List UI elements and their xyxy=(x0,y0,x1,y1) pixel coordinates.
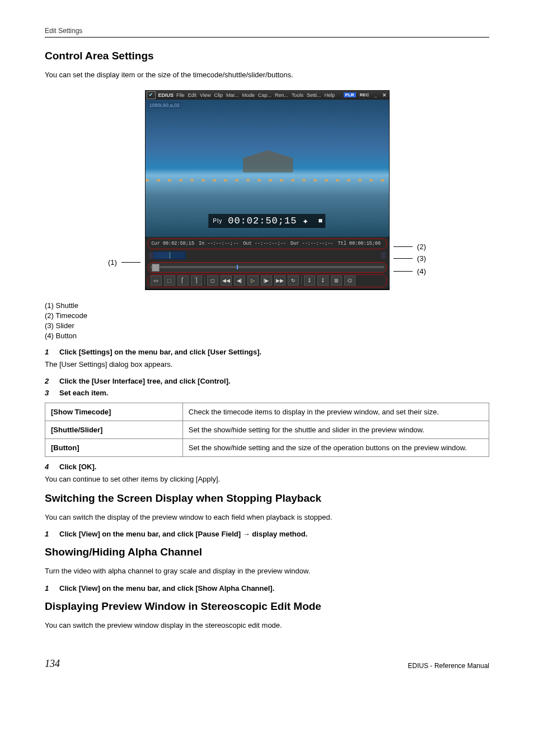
table-row: [Show Timecode] Check the timecode items… xyxy=(45,403,489,421)
callout-1: (1) xyxy=(108,258,117,267)
page-header: Edit Settings xyxy=(45,27,489,38)
menu-settings[interactable]: Setti... xyxy=(307,92,321,98)
scene-building xyxy=(243,150,293,172)
menu-file[interactable]: File xyxy=(176,92,185,98)
add-button[interactable]: ⊞ xyxy=(331,276,342,286)
step-text: Set each item. xyxy=(59,389,108,397)
separator xyxy=(204,276,205,285)
callout-4: (4) xyxy=(417,267,426,276)
capture-button[interactable]: ▭ xyxy=(151,276,162,286)
step-1-s2: 1 Click [View] on the menu bar, and clic… xyxy=(45,530,489,538)
legend-item: (1) Shuttle xyxy=(45,301,489,310)
rec-badge[interactable]: REC xyxy=(359,92,371,97)
intro-alpha-channel: Turn the video with alpha channel to gra… xyxy=(45,566,489,576)
pause-icon: ▮▮ xyxy=(318,217,321,224)
callout-3: (3) xyxy=(417,254,426,263)
tc-cur: Cur 00:02:50;15 xyxy=(152,241,195,246)
setting-value: Set the show/hide setting for the shuttl… xyxy=(182,421,489,439)
mark-in-button[interactable]: ⎡ xyxy=(177,276,189,286)
next-frame-button[interactable]: |▶ xyxy=(261,276,272,286)
tc-out: Out --:--:--;-- xyxy=(243,241,286,246)
shuttle-right-icon[interactable] xyxy=(381,252,386,259)
step-2: 2 Click the [User Interface] tree, and c… xyxy=(45,377,489,385)
loop-button[interactable]: ↻ xyxy=(288,276,299,286)
legend-item: (2) Timecode xyxy=(45,311,489,320)
app-icon: ✔ xyxy=(147,91,156,99)
menu-help[interactable]: Help xyxy=(325,92,335,98)
open-button[interactable]: ⬚ xyxy=(164,276,175,286)
figure-legend: (1) Shuttle (2) Timecode (3) Slider (4) … xyxy=(45,301,489,340)
edius-window: ✔ EDIUS File Edit View Clip Mar... Mode … xyxy=(145,90,390,290)
step-note: You can continue to set other items by c… xyxy=(45,474,489,484)
heading-switch-display: Switching the Screen Display when Stoppi… xyxy=(45,492,489,505)
clip-button[interactable]: ⌬ xyxy=(344,276,355,286)
menu-render[interactable]: Ren... xyxy=(275,92,288,98)
setting-key: [Shuttle/Slider] xyxy=(45,421,183,439)
slider-track[interactable] xyxy=(151,266,384,268)
setting-key: [Show Timecode] xyxy=(45,403,183,421)
step-1-s3: 1 Click [View] on the menu bar, and clic… xyxy=(45,584,489,592)
callout-2: (2) xyxy=(417,242,426,251)
step-4: 4 Click [OK]. xyxy=(45,463,489,471)
page-number: 134 xyxy=(45,658,60,670)
heading-control-area: Control Area Settings xyxy=(45,50,489,62)
button-row: ▭ ⬚ ⎡ ⎤ ◻ ◀◀ ◀| ▷ |▶ ▶▶ ↻ ↧ ↧ ⊞ ⌬ xyxy=(148,274,387,287)
menu-tools[interactable]: Tools xyxy=(292,92,303,98)
timecode-row: Cur 00:02:50;15 In --:--:--;-- Out --:--… xyxy=(148,239,387,249)
legend-item: (3) Slider xyxy=(45,321,489,330)
shuttle-row xyxy=(146,251,389,260)
table-row: [Button] Set the show/hide setting and t… xyxy=(45,439,489,457)
scene-foreground xyxy=(146,179,389,181)
insert-button[interactable]: ↧ xyxy=(304,276,315,286)
slider-row[interactable] xyxy=(148,262,387,273)
shuttle-bar[interactable] xyxy=(153,251,186,259)
plr-badge[interactable]: PLR xyxy=(344,92,356,97)
setting-value: Check the timecode items to display in t… xyxy=(182,403,489,421)
table-row: [Shuttle/Slider] Set the show/hide setti… xyxy=(45,421,489,439)
close-icon[interactable]: ✕ xyxy=(381,92,388,98)
menu-edit[interactable]: Edit xyxy=(188,92,197,98)
play-button[interactable]: ▷ xyxy=(247,276,259,286)
step-number: 1 xyxy=(45,530,53,538)
step-number: 1 xyxy=(45,584,53,592)
heading-alpha-channel: Showing/Hiding Alpha Channel xyxy=(45,546,489,558)
intro-control-area: You can set the display item or the size… xyxy=(45,70,489,80)
shuttle-left-icon[interactable] xyxy=(149,252,153,259)
intro-switch-display: You can switch the display of the previe… xyxy=(45,512,489,522)
tc-dur: Dur --:--:--;-- xyxy=(291,241,334,246)
mark-out-button[interactable]: ⎤ xyxy=(191,276,202,286)
step-number: 2 xyxy=(45,377,53,385)
step-text: Click [View] on the menu bar, and click … xyxy=(59,530,307,538)
slider-knob[interactable] xyxy=(152,264,160,272)
tc-in: In --:--:--;-- xyxy=(199,241,238,246)
stop-button[interactable]: ◻ xyxy=(207,276,218,286)
minimize-icon[interactable]: _ xyxy=(373,92,378,98)
edius-figure: ✔ EDIUS File Edit View Clip Mar... Mode … xyxy=(127,90,407,290)
tc-ttl: Ttl 00:00:15;06 xyxy=(338,241,381,246)
fast-forward-button[interactable]: ▶▶ xyxy=(274,276,285,286)
doc-title: EDIUS - Reference Manual xyxy=(408,662,489,670)
menu-clip[interactable]: Clip xyxy=(214,92,223,98)
rewind-button[interactable]: ◀◀ xyxy=(221,276,232,286)
tc-label: Ply xyxy=(213,218,222,224)
titlebar: ✔ EDIUS File Edit View Clip Mar... Mode … xyxy=(146,91,389,100)
menu-capture[interactable]: Cap... xyxy=(258,92,271,98)
slider-mark xyxy=(237,265,238,269)
page-footer: 134 EDIUS - Reference Manual xyxy=(45,658,489,670)
menu-list: File Edit View Clip Mar... Mode Cap... R… xyxy=(176,92,335,98)
step-text: Click the [User Interface] tree, and cli… xyxy=(59,377,231,385)
step-number: 3 xyxy=(45,389,53,397)
menu-view[interactable]: View xyxy=(200,92,210,98)
prev-frame-button[interactable]: ◀| xyxy=(234,276,245,286)
step-text: Click [View] on the menu bar, and click … xyxy=(59,584,274,592)
step-1: 1 Click [Settings] on the menu bar, and … xyxy=(45,348,489,356)
step-3: 3 Set each item. xyxy=(45,389,489,397)
timecode-overlay: Ply 00:02:50;15 ✦ ▮▮ xyxy=(208,214,325,228)
overwrite-button[interactable]: ↧ xyxy=(317,276,329,286)
setting-value: Set the show/hide setting and the size o… xyxy=(182,439,489,457)
step-number: 1 xyxy=(45,348,53,356)
preview-area: 1080i,60,a,02 Ply 00:02:50;15 ✦ ▮▮ xyxy=(146,100,389,237)
menu-marker[interactable]: Mar... xyxy=(226,92,239,98)
clip-name: 1080i,60,a,02 xyxy=(148,102,181,109)
menu-mode[interactable]: Mode xyxy=(242,92,255,98)
